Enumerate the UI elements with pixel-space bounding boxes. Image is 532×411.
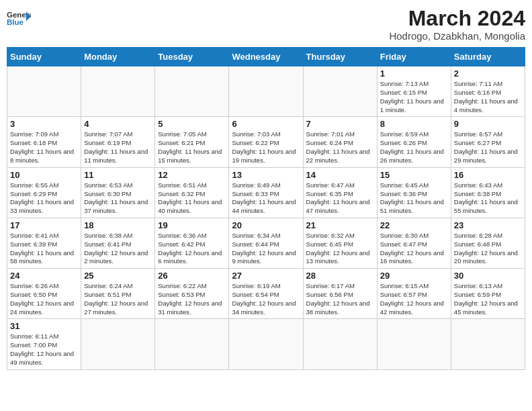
day-number: 22	[380, 220, 448, 230]
day-number: 25	[84, 271, 152, 281]
day-info: Sunrise: 6:53 AMSunset: 6:30 PMDaylight:…	[84, 181, 152, 216]
day-info: Sunrise: 6:28 AMSunset: 6:48 PMDaylight:…	[454, 232, 522, 266]
svg-text:Blue: Blue	[7, 18, 24, 26]
day-number: 20	[232, 220, 300, 230]
day-info: Sunrise: 6:34 AMSunset: 6:44 PMDaylight:…	[232, 232, 300, 266]
day-info: Sunrise: 7:01 AMSunset: 6:24 PMDaylight:…	[306, 130, 374, 165]
day-cell	[303, 66, 377, 117]
day-cell	[81, 66, 155, 117]
day-number: 23	[454, 220, 522, 230]
day-info: Sunrise: 6:11 AMSunset: 7:00 PMDaylight:…	[10, 332, 78, 367]
day-number: 21	[306, 220, 374, 230]
day-cell: 21Sunrise: 6:32 AMSunset: 6:45 PMDayligh…	[303, 218, 377, 268]
day-cell: 3Sunrise: 7:09 AMSunset: 6:18 PMDaylight…	[7, 117, 81, 167]
day-cell: 6Sunrise: 7:03 AMSunset: 6:22 PMDaylight…	[229, 117, 303, 167]
day-cell: 14Sunrise: 6:47 AMSunset: 6:35 PMDayligh…	[303, 167, 377, 218]
day-cell: 11Sunrise: 6:53 AMSunset: 6:30 PMDayligh…	[81, 167, 155, 218]
day-cell: 5Sunrise: 7:05 AMSunset: 6:21 PMDaylight…	[155, 117, 229, 167]
day-info: Sunrise: 7:03 AMSunset: 6:22 PMDaylight:…	[232, 130, 300, 165]
day-header-saturday: Saturday	[451, 48, 525, 66]
day-cell: 1Sunrise: 7:13 AMSunset: 6:15 PMDaylight…	[377, 66, 451, 117]
day-info: Sunrise: 6:41 AMSunset: 6:39 PMDaylight:…	[10, 232, 78, 266]
day-cell: 28Sunrise: 6:17 AMSunset: 6:56 PMDayligh…	[303, 269, 377, 319]
day-number: 31	[10, 321, 78, 331]
day-info: Sunrise: 6:32 AMSunset: 6:45 PMDaylight:…	[306, 232, 374, 266]
day-number: 14	[306, 170, 374, 180]
day-header-friday: Friday	[377, 48, 451, 66]
day-header-wednesday: Wednesday	[229, 48, 303, 66]
day-info: Sunrise: 6:36 AMSunset: 6:42 PMDaylight:…	[158, 232, 226, 266]
day-info: Sunrise: 6:59 AMSunset: 6:26 PMDaylight:…	[380, 130, 448, 165]
day-number: 12	[158, 170, 226, 180]
header: General Blue March 2024 Hodrogo, Dzabkha…	[7, 7, 525, 42]
day-number: 30	[454, 271, 522, 281]
day-cell: 15Sunrise: 6:45 AMSunset: 6:36 PMDayligh…	[377, 167, 451, 218]
day-number: 19	[158, 220, 226, 230]
day-info: Sunrise: 6:19 AMSunset: 6:54 PMDaylight:…	[232, 282, 300, 316]
day-info: Sunrise: 6:47 AMSunset: 6:35 PMDaylight:…	[306, 181, 374, 216]
day-number: 27	[232, 271, 300, 281]
day-cell: 10Sunrise: 6:55 AMSunset: 6:29 PMDayligh…	[7, 167, 81, 218]
day-cell: 27Sunrise: 6:19 AMSunset: 6:54 PMDayligh…	[229, 269, 303, 319]
day-header-tuesday: Tuesday	[155, 48, 229, 66]
day-info: Sunrise: 6:57 AMSunset: 6:27 PMDaylight:…	[454, 130, 522, 165]
title-area: March 2024 Hodrogo, Dzabkhan, Mongolia	[389, 7, 525, 42]
day-cell: 8Sunrise: 6:59 AMSunset: 6:26 PMDaylight…	[377, 117, 451, 167]
day-info: Sunrise: 6:17 AMSunset: 6:56 PMDaylight:…	[306, 282, 374, 316]
day-info: Sunrise: 7:13 AMSunset: 6:15 PMDaylight:…	[380, 80, 448, 114]
day-info: Sunrise: 7:05 AMSunset: 6:21 PMDaylight:…	[158, 130, 226, 165]
day-info: Sunrise: 6:38 AMSunset: 6:41 PMDaylight:…	[84, 232, 152, 266]
logo: General Blue	[7, 7, 31, 31]
day-header-sunday: Sunday	[7, 48, 81, 66]
day-cell	[451, 319, 525, 369]
week-row-4: 24Sunrise: 6:26 AMSunset: 6:50 PMDayligh…	[7, 269, 525, 319]
day-cell: 31Sunrise: 6:11 AMSunset: 7:00 PMDayligh…	[7, 319, 81, 369]
day-cell: 24Sunrise: 6:26 AMSunset: 6:50 PMDayligh…	[7, 269, 81, 319]
day-cell: 26Sunrise: 6:22 AMSunset: 6:53 PMDayligh…	[155, 269, 229, 319]
day-cell: 23Sunrise: 6:28 AMSunset: 6:48 PMDayligh…	[451, 218, 525, 268]
week-row-5: 31Sunrise: 6:11 AMSunset: 7:00 PMDayligh…	[7, 319, 525, 369]
month-title: March 2024	[389, 7, 525, 30]
day-number: 4	[84, 119, 152, 129]
day-number: 1	[380, 68, 448, 79]
day-cell	[229, 66, 303, 117]
week-row-0: 1Sunrise: 7:13 AMSunset: 6:15 PMDaylight…	[7, 66, 525, 117]
day-cell: 22Sunrise: 6:30 AMSunset: 6:47 PMDayligh…	[377, 218, 451, 268]
day-number: 17	[10, 220, 78, 230]
day-number: 18	[84, 220, 152, 230]
header-row: SundayMondayTuesdayWednesdayThursdayFrid…	[7, 48, 525, 66]
day-info: Sunrise: 6:22 AMSunset: 6:53 PMDaylight:…	[158, 282, 226, 316]
subtitle: Hodrogo, Dzabkhan, Mongolia	[389, 30, 525, 42]
day-cell: 20Sunrise: 6:34 AMSunset: 6:44 PMDayligh…	[229, 218, 303, 268]
day-cell	[81, 319, 155, 369]
day-cell: 30Sunrise: 6:13 AMSunset: 6:59 PMDayligh…	[451, 269, 525, 319]
day-cell	[155, 66, 229, 117]
day-info: Sunrise: 6:15 AMSunset: 6:57 PMDaylight:…	[380, 282, 448, 316]
day-number: 6	[232, 119, 300, 129]
day-number: 29	[380, 271, 448, 281]
day-info: Sunrise: 6:55 AMSunset: 6:29 PMDaylight:…	[10, 181, 78, 216]
day-number: 2	[454, 68, 522, 79]
day-number: 9	[454, 119, 522, 129]
day-cell	[7, 66, 81, 117]
day-info: Sunrise: 6:43 AMSunset: 6:38 PMDaylight:…	[454, 181, 522, 216]
day-number: 3	[10, 119, 78, 129]
day-cell: 13Sunrise: 6:49 AMSunset: 6:33 PMDayligh…	[229, 167, 303, 218]
day-header-thursday: Thursday	[303, 48, 377, 66]
week-row-1: 3Sunrise: 7:09 AMSunset: 6:18 PMDaylight…	[7, 117, 525, 167]
day-info: Sunrise: 6:30 AMSunset: 6:47 PMDaylight:…	[380, 232, 448, 266]
day-cell	[377, 319, 451, 369]
day-info: Sunrise: 6:51 AMSunset: 6:32 PMDaylight:…	[158, 181, 226, 216]
day-cell: 4Sunrise: 7:07 AMSunset: 6:19 PMDaylight…	[81, 117, 155, 167]
day-cell: 17Sunrise: 6:41 AMSunset: 6:39 PMDayligh…	[7, 218, 81, 268]
day-number: 26	[158, 271, 226, 281]
day-number: 28	[306, 271, 374, 281]
day-info: Sunrise: 6:45 AMSunset: 6:36 PMDaylight:…	[380, 181, 448, 216]
day-number: 15	[380, 170, 448, 180]
day-header-monday: Monday	[81, 48, 155, 66]
day-info: Sunrise: 6:13 AMSunset: 6:59 PMDaylight:…	[454, 282, 522, 316]
day-cell: 2Sunrise: 7:11 AMSunset: 6:16 PMDaylight…	[451, 66, 525, 117]
day-number: 8	[380, 119, 448, 129]
week-row-3: 17Sunrise: 6:41 AMSunset: 6:39 PMDayligh…	[7, 218, 525, 268]
day-cell: 19Sunrise: 6:36 AMSunset: 6:42 PMDayligh…	[155, 218, 229, 268]
